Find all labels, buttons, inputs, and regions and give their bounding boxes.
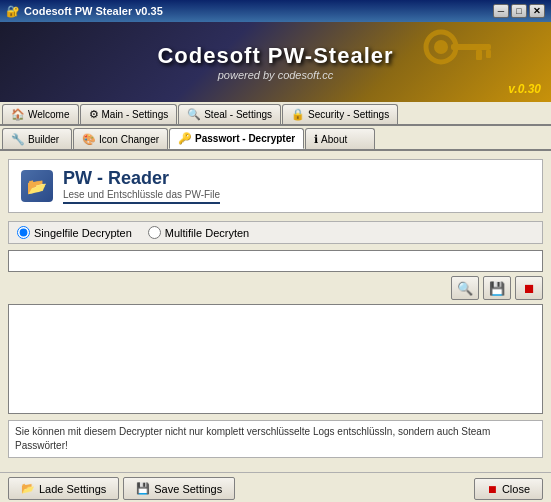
section-text: PW - Reader Lese und Entschlüssle das PW…	[63, 168, 220, 204]
tab-builder[interactable]: 🔧Builder	[2, 128, 72, 149]
svg-rect-4	[486, 50, 491, 58]
info-bar: Sie können mit diesem Decrypter nicht nu…	[8, 420, 543, 458]
radio-singlefile-label: Singelfile Decrypten	[34, 227, 132, 239]
banner-title: Codesoft PW-Stealer	[157, 43, 393, 69]
load-settings-button[interactable]: 📂 Lade Settings	[8, 477, 119, 500]
tab-label: Main - Settings	[102, 109, 169, 120]
search-button[interactable]: 🔍	[451, 276, 479, 300]
output-textarea[interactable]	[8, 304, 543, 414]
bottom-bar: 📂 Lade Settings 💾 Save Settings ⏹ Close	[0, 472, 551, 502]
tab-label: Welcome	[28, 109, 70, 120]
tabs-row1: 🏠Welcome⚙Main - Settings🔍Steal - Setting…	[0, 102, 551, 126]
save-icon: 💾	[136, 482, 150, 495]
close-button[interactable]: ⏹ Close	[474, 478, 543, 500]
main-content: 📂 PW - Reader Lese und Entschlüssle das …	[0, 151, 551, 466]
title-bar: 🔐 Codesoft PW Stealer v0.35 ─ □ ✕	[0, 0, 551, 22]
radio-multifile-input[interactable]	[148, 226, 161, 239]
load-label: Lade Settings	[39, 483, 106, 495]
section-icon: 📂	[21, 170, 53, 202]
save-button[interactable]: 💾	[483, 276, 511, 300]
banner: Codesoft PW-Stealer powered by codesoft.…	[0, 22, 551, 102]
key-decoration	[421, 27, 501, 87]
tab-icon-changer[interactable]: 🎨Icon Changer	[73, 128, 168, 149]
info-text: Sie können mit diesem Decrypter nicht nu…	[15, 426, 490, 451]
load-icon: 📂	[21, 482, 35, 495]
save-settings-button[interactable]: 💾 Save Settings	[123, 477, 235, 500]
tab-icon: ⚙	[89, 108, 99, 121]
input-row	[8, 250, 543, 272]
close-label: Close	[502, 483, 530, 495]
tab-passwort-decrypter[interactable]: 🔑Passwort - Decrypter	[169, 128, 304, 149]
radio-singlefile-input[interactable]	[17, 226, 30, 239]
section-title: PW - Reader	[63, 168, 220, 189]
section-subtitle: Lese und Entschlüssle das PW-File	[63, 189, 220, 204]
tab-label: Steal - Settings	[204, 109, 272, 120]
tab-icon: 🔑	[178, 132, 192, 145]
tab-icon: 🏠	[11, 108, 25, 121]
tab-icon: 🔍	[187, 108, 201, 121]
svg-rect-2	[451, 44, 491, 50]
save-label: Save Settings	[154, 483, 222, 495]
tab-label: Builder	[28, 134, 59, 145]
tab-label: Icon Changer	[99, 134, 159, 145]
tab-label: About	[321, 134, 347, 145]
radio-singlefile[interactable]: Singelfile Decrypten	[17, 226, 132, 239]
svg-point-1	[434, 40, 448, 54]
maximize-button[interactable]: □	[511, 4, 527, 18]
toolbar: 🔍 💾 ⏹	[8, 276, 543, 300]
section-header: 📂 PW - Reader Lese und Entschlüssle das …	[8, 159, 543, 213]
tab-icon: 🔒	[291, 108, 305, 121]
window-title: Codesoft PW Stealer v0.35	[24, 5, 163, 17]
app-icon: 🔐	[6, 5, 20, 18]
tab-icon: 🎨	[82, 133, 96, 146]
radio-tabs: Singelfile Decrypten Multifile Decryten	[8, 221, 543, 244]
stop-button[interactable]: ⏹	[515, 276, 543, 300]
tab-about[interactable]: ℹAbout	[305, 128, 375, 149]
tabs-row2: 🔧Builder🎨Icon Changer🔑Passwort - Decrypt…	[0, 126, 551, 151]
minimize-button[interactable]: ─	[493, 4, 509, 18]
svg-rect-3	[476, 50, 482, 60]
tab-icon: ℹ	[314, 133, 318, 146]
close-icon: ⏹	[487, 483, 498, 495]
path-input[interactable]	[8, 250, 543, 272]
close-button[interactable]: ✕	[529, 4, 545, 18]
banner-subtitle: powered by codesoft.cc	[157, 69, 393, 81]
tab-icon: 🔧	[11, 133, 25, 146]
radio-multifile[interactable]: Multifile Decryten	[148, 226, 249, 239]
tab-security-settings[interactable]: 🔒Security - Settings	[282, 104, 398, 124]
tab-main-settings[interactable]: ⚙Main - Settings	[80, 104, 178, 124]
tab-steal-settings[interactable]: 🔍Steal - Settings	[178, 104, 281, 124]
banner-version: v.0.30	[508, 82, 541, 96]
bottom-left-buttons: 📂 Lade Settings 💾 Save Settings	[8, 477, 235, 500]
radio-multifile-label: Multifile Decryten	[165, 227, 249, 239]
title-bar-controls: ─ □ ✕	[493, 4, 545, 18]
tab-label: Security - Settings	[308, 109, 389, 120]
tab-label: Passwort - Decrypter	[195, 133, 295, 144]
banner-content: Codesoft PW-Stealer powered by codesoft.…	[157, 43, 393, 81]
tab-welcome[interactable]: 🏠Welcome	[2, 104, 79, 124]
